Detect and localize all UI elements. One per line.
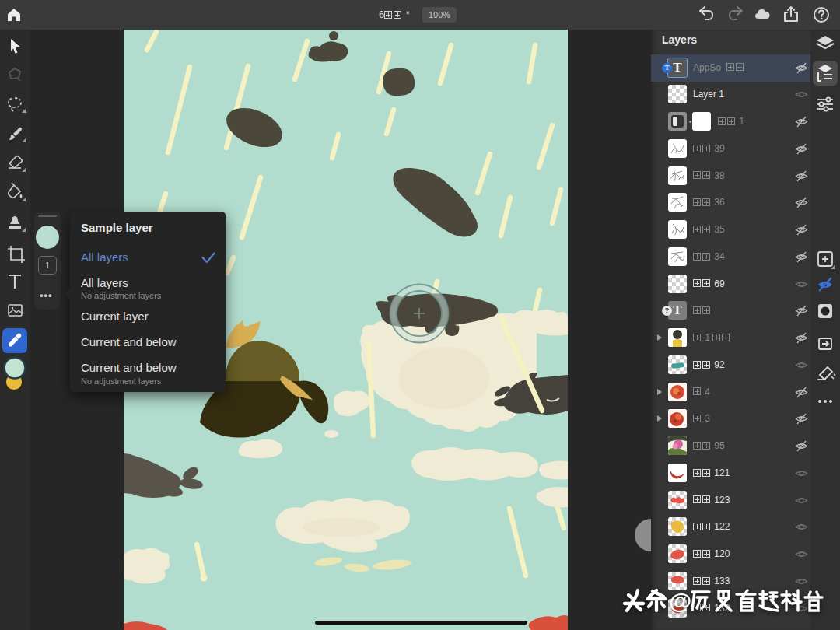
svg-text:@: @ [669, 588, 691, 614]
